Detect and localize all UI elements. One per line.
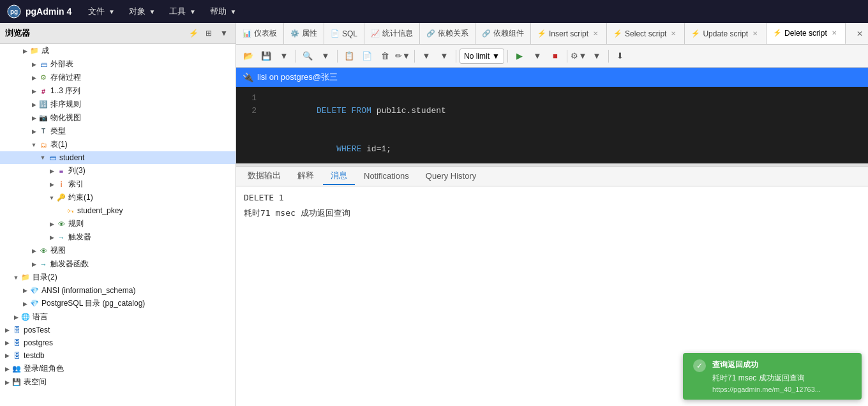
- tree-node-matviews[interactable]: ▶ 📷 物化视图: [0, 111, 236, 124]
- expand-indexes-icon[interactable]: ▶: [47, 180, 56, 189]
- insert-script-close[interactable]: ✕: [591, 29, 600, 38]
- tree-node-columns[interactable]: ▶ ≡ 列(3): [0, 164, 236, 177]
- tree-node-trigger-funcs[interactable]: ▶ → 触发器函数: [0, 257, 236, 271]
- sql-editor[interactable]: 1 2 DELETE FROM public.student WHERE id=…: [236, 87, 868, 163]
- find-btn[interactable]: 🔍: [299, 48, 316, 64]
- tree-node-languages[interactable]: ▶ 🌐 语言: [0, 310, 236, 324]
- tree-node-ansi[interactable]: ▶ 💎 ANSI (information_schema): [0, 284, 236, 297]
- tree-node-testdb[interactable]: ▶ 🗄 testdb: [0, 349, 236, 362]
- delete-btn[interactable]: 🗑: [377, 48, 393, 64]
- save-dropdown-btn[interactable]: ▼: [276, 48, 292, 64]
- menu-file[interactable]: 文件 ▼: [82, 3, 121, 20]
- execute-btn[interactable]: ▶: [511, 48, 528, 64]
- download-btn[interactable]: ⬇: [612, 48, 629, 64]
- tree-node-external-table[interactable]: ▶ 🗃 外部表: [0, 57, 236, 71]
- expand-icon[interactable]: ▶: [29, 127, 38, 136]
- tree-node-tablespaces[interactable]: ▶ 💾 表空间: [0, 375, 236, 389]
- tree-node-postest[interactable]: ▶ 🗄 posTest: [0, 324, 236, 336]
- tab-messages[interactable]: 消息: [323, 167, 355, 185]
- expand-postgres-icon[interactable]: ▶: [3, 338, 11, 347]
- expand-icon[interactable]: ▶: [20, 47, 29, 56]
- tab-insert-script[interactable]: ⚡ Insert script ✕: [531, 23, 607, 45]
- expand-ansi-icon[interactable]: ▶: [20, 286, 29, 295]
- expand-rules-icon[interactable]: ▶: [47, 220, 56, 229]
- tree-node-constraints[interactable]: ▼ 🔑 约束(1): [0, 191, 236, 204]
- tab-update-script[interactable]: ⚡ Update script ✕: [685, 23, 767, 45]
- expand-login-groups-icon[interactable]: ▶: [3, 365, 11, 373]
- expand-tables-icon[interactable]: ▼: [29, 140, 38, 149]
- row-limit-dropdown[interactable]: No limit ▼: [460, 49, 504, 64]
- expand-testdb-icon[interactable]: ▶: [3, 351, 11, 360]
- tree-node-pg-catalog[interactable]: ▶ 💎 PostgreSQL 目录 (pg_catalog): [0, 297, 236, 310]
- tab-dependencies[interactable]: 🔗 依赖关系: [420, 23, 475, 45]
- expand-icon[interactable]: ▶: [29, 114, 38, 123]
- expand-icon[interactable]: ▶: [29, 60, 38, 69]
- tree-node-login-groups[interactable]: ▶ 👥 登录/组角色: [0, 362, 236, 375]
- execute-dropdown-btn[interactable]: ▼: [529, 48, 546, 64]
- tree-node-cheng[interactable]: ▶ 📁 成: [0, 44, 236, 57]
- edit-dropdown-btn[interactable]: ✏▼: [394, 48, 411, 64]
- save-file-btn[interactable]: 💾: [258, 48, 274, 64]
- update-script-close[interactable]: ✕: [751, 29, 760, 38]
- menu-help[interactable]: 帮助 ▼: [204, 3, 243, 20]
- expand-icon[interactable]: ▶: [29, 87, 38, 96]
- copy-btn[interactable]: 📋: [341, 48, 357, 64]
- expand-columns-icon[interactable]: ▶: [47, 167, 56, 176]
- filter-btn[interactable]: ▼: [418, 48, 435, 64]
- tab-notifications[interactable]: Notifications: [356, 169, 417, 184]
- format-opt-btn[interactable]: ▼: [588, 48, 605, 64]
- expand-triggers-icon[interactable]: ▶: [47, 233, 56, 242]
- expand-pg-catalog-icon[interactable]: ▶: [20, 299, 29, 308]
- tree-node-collations[interactable]: ▶ 🔢 排序规则: [0, 98, 236, 111]
- find-dropdown-btn[interactable]: ▼: [317, 48, 334, 64]
- expand-icon[interactable]: ▶: [29, 100, 38, 109]
- tree-node-types[interactable]: ▶ T 类型: [0, 124, 236, 138]
- tab-sql[interactable]: 📄 SQL: [324, 23, 364, 45]
- format-btn[interactable]: ⚙▼: [571, 48, 587, 64]
- tab-data-output[interactable]: 数据输出: [240, 167, 288, 185]
- tree-node-views[interactable]: ▶ 👁 视图: [0, 244, 236, 257]
- tree-node-student[interactable]: ▼ 🗃 student: [0, 151, 236, 164]
- tree-node-student-pkey[interactable]: ▶ 🗝 student_pkey: [0, 204, 236, 217]
- tab-statistics[interactable]: 📈 统计信息: [364, 23, 420, 45]
- delete-script-close[interactable]: ✕: [830, 29, 839, 38]
- expand-postest-icon[interactable]: ▶: [3, 326, 11, 335]
- expand-tablespaces-icon[interactable]: ▶: [3, 378, 11, 387]
- expand-languages-icon[interactable]: ▶: [11, 313, 20, 322]
- tab-dependents[interactable]: 🔗 依赖组件: [475, 23, 531, 45]
- tree-node-indexes[interactable]: ▶ i 索引: [0, 177, 236, 191]
- sidebar-grid-btn[interactable]: ⊞: [202, 27, 215, 40]
- expand-views-icon[interactable]: ▶: [29, 246, 38, 255]
- tree-node-triggers[interactable]: ▶ → 触发器: [0, 230, 236, 244]
- expand-trigger-funcs-icon[interactable]: ▶: [29, 260, 38, 269]
- tab-explain[interactable]: 解释: [290, 167, 322, 185]
- tree-node-postgres[interactable]: ▶ 🗄 postgres: [0, 336, 236, 349]
- tab-query-history[interactable]: Query History: [418, 169, 484, 184]
- open-file-btn[interactable]: 📂: [240, 48, 257, 64]
- tree-node-rules[interactable]: ▶ 👁 规则: [0, 217, 236, 230]
- sidebar-tree[interactable]: ▶ 📁 成 ▶ 🗃 外部表 ▶ ⚙ 存储过程 ▶ #: [0, 44, 236, 406]
- menu-tools[interactable]: 工具 ▼: [163, 3, 202, 20]
- expand-icon[interactable]: ▶: [29, 73, 38, 82]
- menu-object[interactable]: 对象 ▼: [123, 3, 162, 20]
- tree-node-sequences[interactable]: ▶ # 1..3 序列: [0, 84, 236, 98]
- expand-catalogs-icon[interactable]: ▼: [11, 273, 20, 282]
- sidebar-filter-btn[interactable]: ▼: [218, 27, 230, 40]
- expand-constraints-icon[interactable]: ▼: [47, 193, 56, 202]
- select-script-close[interactable]: ✕: [669, 29, 678, 38]
- tab-dashboard[interactable]: 📊 仪表板: [236, 23, 284, 45]
- stop-btn[interactable]: ■: [547, 48, 564, 64]
- tab-select-script[interactable]: ⚡ Select script ✕: [607, 23, 685, 45]
- tree-node-catalogs[interactable]: ▼ 📁 目录(2): [0, 271, 236, 284]
- tree-node-procedures[interactable]: ▶ ⚙ 存储过程: [0, 71, 236, 84]
- sidebar-refresh-btn[interactable]: ⚡: [187, 27, 200, 40]
- tree-node-tables[interactable]: ▼ 🗂 表(1): [0, 138, 236, 151]
- tab-delete-script[interactable]: ⚡ Delete script ✕: [767, 23, 846, 45]
- tab-properties[interactable]: ⚙️ 属性: [284, 23, 324, 45]
- paste-btn[interactable]: 📄: [359, 48, 375, 64]
- expand-student-icon[interactable]: ▼: [38, 153, 47, 162]
- toolbar-sep-6: [567, 50, 567, 63]
- filter-opt-btn[interactable]: ▼: [436, 48, 453, 64]
- editor-content[interactable]: DELETE FROM public.student WHERE id=1;: [262, 92, 868, 158]
- close-all-tabs-btn[interactable]: ✕: [851, 27, 868, 41]
